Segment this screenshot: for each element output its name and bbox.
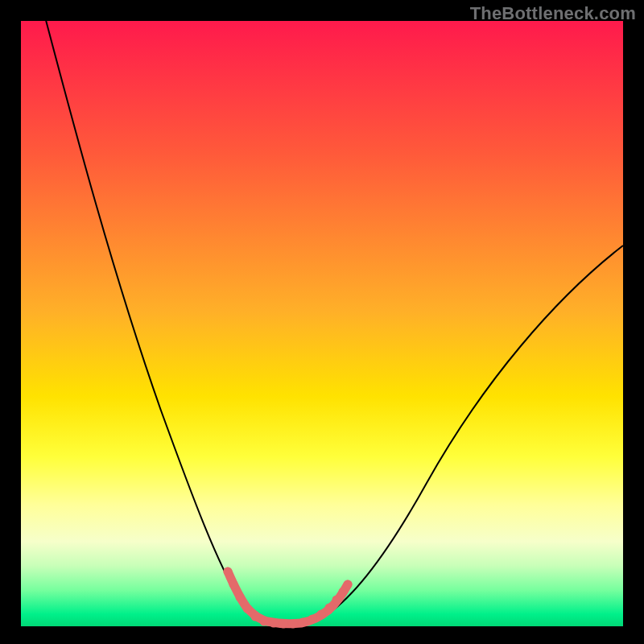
highlight-dot: [251, 613, 260, 621]
minimum-highlight-curve: [228, 572, 348, 624]
highlight-dot: [260, 617, 269, 626]
highlight-dot: [339, 588, 348, 597]
highlight-dot: [229, 580, 238, 589]
bottleneck-curve: [46, 20, 623, 623]
highlight-dot: [270, 619, 279, 628]
chart-svg: [0, 0, 644, 644]
highlight-dot: [325, 604, 334, 613]
highlight-dot: [236, 593, 245, 602]
highlight-dot: [299, 618, 308, 627]
highlight-dot: [279, 620, 288, 629]
watermark-text: TheBottleneck.com: [470, 3, 636, 24]
highlight-dot: [344, 580, 353, 589]
highlight-dot: [289, 620, 298, 629]
highlight-dot: [308, 615, 317, 624]
highlight-dot: [243, 605, 252, 613]
highlight-dot: [332, 596, 341, 605]
highlight-dot: [224, 568, 233, 576]
highlight-dot: [317, 610, 326, 619]
